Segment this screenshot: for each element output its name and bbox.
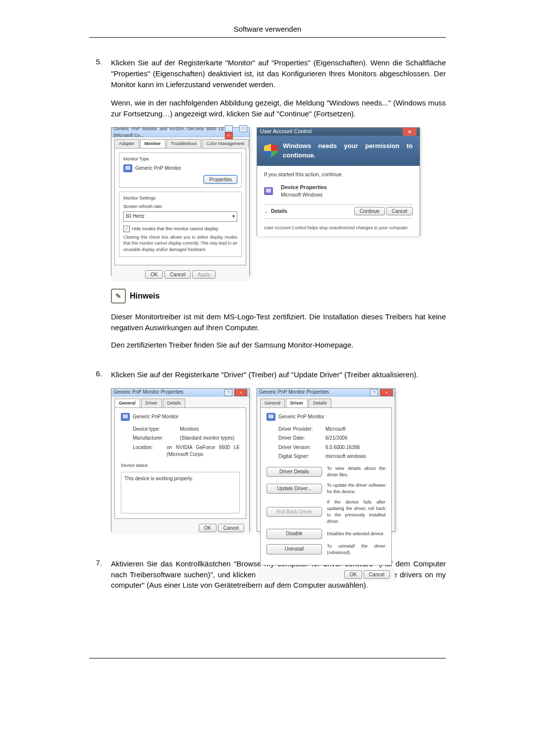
device-status-text: This device is working properly. xyxy=(124,476,193,481)
uac-footer: User Account Control helps stop unauthor… xyxy=(257,222,420,236)
driver-date-value: 6/21/2006 xyxy=(325,435,348,442)
group-label: Monitor Settings xyxy=(123,195,237,202)
close-button[interactable]: × xyxy=(380,389,393,396)
disable-desc: Disables the selected device. xyxy=(327,531,385,537)
window-buttons: ? × xyxy=(224,389,247,396)
details-toggle[interactable]: Details xyxy=(271,208,287,215)
update-driver-button[interactable]: Update Driver... xyxy=(267,484,322,494)
page-title: Software verwenden xyxy=(89,25,446,33)
note-paragraph-1: Dieser Monitortreiber ist mit dem MS-Log… xyxy=(111,311,446,333)
refresh-combobox[interactable]: 60 Hertz ▾ xyxy=(123,211,237,222)
continue-button[interactable]: Continue xyxy=(354,207,385,215)
disable-button[interactable]: Disable xyxy=(267,529,322,539)
driver-version-label: Driver Version: xyxy=(278,444,325,452)
tab-general[interactable]: General xyxy=(114,399,140,407)
monitor-icon xyxy=(123,164,132,172)
tab-driver[interactable]: Driver xyxy=(286,399,308,407)
ok-button[interactable]: OK xyxy=(344,570,362,579)
dialog-title: User Account Control xyxy=(260,128,312,136)
hide-modes-checkbox[interactable]: ✓ Hide modes that this monitor cannot di… xyxy=(123,226,237,232)
monitor-icon xyxy=(121,413,130,421)
step-6: 6. Klicken Sie auf der Registerkarte "Dr… xyxy=(89,369,446,547)
manufacturer-value: (Standard monitor types) xyxy=(180,435,234,442)
monitor-panel: Monitor Type Generic PnP Monitor Propert… xyxy=(114,148,246,265)
monitor-type-group: Monitor Type Generic PnP Monitor Propert… xyxy=(119,152,242,188)
close-button[interactable]: × xyxy=(234,389,247,396)
step-number: 6. xyxy=(89,369,102,547)
cancel-button[interactable]: Cancel xyxy=(386,207,413,215)
program-icon xyxy=(264,187,273,195)
roll-back-driver-button[interactable]: Roll Back Driver xyxy=(267,507,322,517)
refresh-label: Screen refresh rate: xyxy=(123,203,237,210)
apply-button[interactable]: Apply xyxy=(192,270,215,279)
ok-button[interactable]: OK xyxy=(145,270,163,279)
tab-monitor[interactable]: Monitor xyxy=(140,139,165,148)
program-name: Device Properties xyxy=(281,184,327,192)
tab-general[interactable]: General xyxy=(260,399,285,407)
step-6-illustration: Generic PnP Monitor Properties ? × Gener… xyxy=(111,388,446,532)
uac-heading: Windows needs your permission to contion… xyxy=(283,142,413,160)
help-button[interactable]: ? xyxy=(224,389,232,396)
device-type-value: Monitors xyxy=(180,426,199,433)
driver-details-button[interactable]: Driver Details xyxy=(267,467,322,477)
chevron-down-icon: ▾ xyxy=(232,213,235,220)
dialog-title: Generic PnP Monitor Properties xyxy=(259,389,329,396)
driver-date-label: Driver Date: xyxy=(278,435,325,442)
location-value: on NVIDIA GeForce 6600 LE (Microsoft Cor… xyxy=(166,444,240,458)
device-properties-driver-dialog: Generic PnP Monitor Properties ? × Gener… xyxy=(257,388,395,532)
location-label: Location: xyxy=(133,444,166,458)
shield-icon xyxy=(264,144,278,158)
help-button[interactable]: ? xyxy=(370,389,378,396)
tabs: General Driver Details xyxy=(111,399,249,407)
tab-troubleshoot[interactable]: Troubleshoot xyxy=(166,139,201,148)
uninstall-button[interactable]: Uninstall xyxy=(267,544,322,554)
step-5-paragraph-2: Wenn, wie in der nachfolgenden Abbildung… xyxy=(111,98,446,119)
checkbox-icon: ✓ xyxy=(123,226,130,232)
note-paragraph-2: Den zertifizierten Treiber finden Sie au… xyxy=(111,340,446,351)
step-5-illustration: Generic PnP Monitor and NVIDIA GeForce 6… xyxy=(111,127,446,276)
driver-panel: Generic PnP Monitor Driver Provider:Micr… xyxy=(260,407,392,565)
checkbox-label: Hide modes that this monitor cannot disp… xyxy=(132,226,218,232)
monitor-name: Generic PnP Monitor xyxy=(135,165,181,172)
cancel-button[interactable]: Cancel xyxy=(364,570,390,579)
step-number: 7. xyxy=(89,558,102,599)
manufacturer-label: Manufacturer: xyxy=(133,435,180,442)
close-button[interactable]: × xyxy=(225,132,233,139)
window-buttons: ? × xyxy=(370,389,393,396)
minimize-button[interactable]: _ xyxy=(225,125,233,132)
uninstall-desc: To uninstall the driver (Advanced). xyxy=(327,543,385,556)
device-status-label: Device status xyxy=(121,462,240,469)
hide-modes-help: Clearing this check box allows you to se… xyxy=(123,234,237,252)
cancel-button[interactable]: Cancel xyxy=(218,524,244,532)
window-buttons: _ □ × xyxy=(224,125,247,139)
program-publisher: Microsoft Windows xyxy=(281,192,327,199)
dialog-title: Generic PnP Monitor and NVIDIA GeForce 6… xyxy=(113,126,224,139)
tab-color-management[interactable]: Color Management xyxy=(202,139,249,148)
uac-heading-bar: Windows needs your permission to contion… xyxy=(257,136,420,166)
digital-signer-value: microsoft windows xyxy=(325,453,366,460)
roll-back-driver-desc: If the device fails after updating the d… xyxy=(327,499,385,525)
tab-details[interactable]: Details xyxy=(309,399,331,407)
monitor-icon xyxy=(267,413,275,421)
tab-adapter[interactable]: Adapter xyxy=(114,139,139,148)
driver-details-desc: To view details about the driver files. xyxy=(327,465,385,478)
tabs: General Driver Details xyxy=(257,399,395,407)
general-panel: Generic PnP Monitor Device type:Monitors… xyxy=(114,407,246,519)
note-header: ✎ Hinweis xyxy=(111,289,446,303)
device-type-label: Device type: xyxy=(133,426,180,433)
dialog-button-bar: OK Cancel Apply xyxy=(111,268,249,282)
ok-button[interactable]: OK xyxy=(199,524,216,532)
step-5: 5. Klicken Sie auf der Registerkarte "Mo… xyxy=(89,57,446,357)
cancel-button[interactable]: Cancel xyxy=(164,270,191,279)
maximize-button[interactable]: □ xyxy=(239,125,247,132)
uac-details-row: ⌄ Details Continue Cancel xyxy=(264,204,413,219)
step-number: 5. xyxy=(89,57,102,357)
device-properties-general-dialog: Generic PnP Monitor Properties ? × Gener… xyxy=(111,388,250,532)
dialog-button-bar: OK Cancel xyxy=(257,568,395,582)
dialog-titlebar: Generic PnP Monitor and NVIDIA GeForce 6… xyxy=(111,128,249,137)
chevron-down-icon: ⌄ xyxy=(264,208,268,215)
tab-driver[interactable]: Driver xyxy=(141,399,162,407)
tab-details[interactable]: Details xyxy=(163,399,186,407)
properties-button[interactable]: Properties xyxy=(204,175,237,184)
close-button[interactable]: × xyxy=(403,128,417,136)
